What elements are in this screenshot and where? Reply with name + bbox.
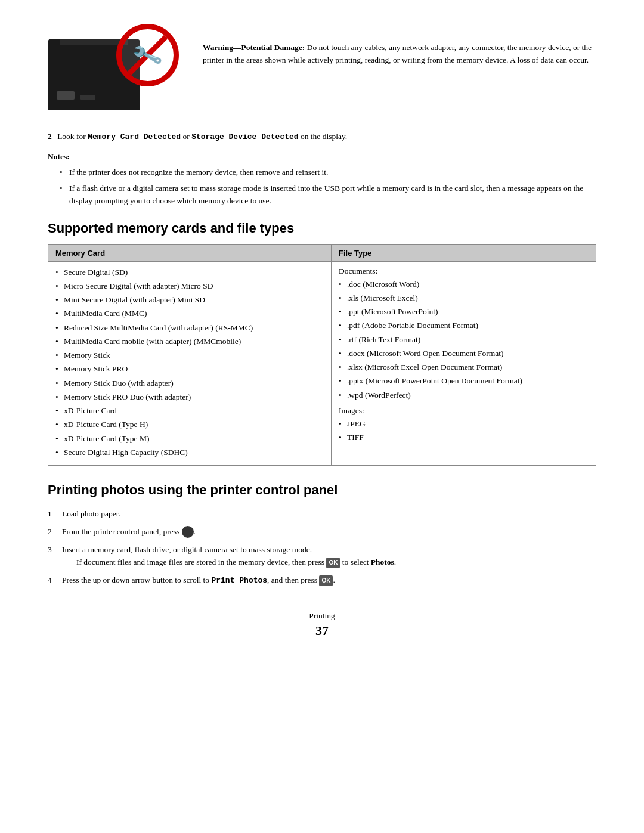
step-2-text-middle: or	[181, 132, 191, 141]
mc-item-8: Memory Stick PRO	[55, 363, 324, 375]
indent-end: .	[394, 558, 396, 566]
section2-title: Printing photos using the printer contro…	[48, 482, 596, 498]
print-step-4-end: .	[333, 575, 335, 584]
print-step-1-num: 1	[48, 507, 52, 521]
section1-title: Supported memory cards and file types	[48, 221, 596, 236]
table-row: Secure Digital (SD) Micro Secure Digital…	[48, 261, 596, 466]
indent-text-before: If document files and image files are st…	[76, 558, 326, 566]
print-step-2-text-before: From the printer control panel, press	[62, 527, 182, 536]
doc-type-6: .docx (Microsoft Word Open Document Form…	[339, 348, 589, 360]
mc-item-6: MultiMedia Card mobile (with adapter) (M…	[55, 336, 324, 348]
memory-cards-table: Memory Card File Type Secure Digital (SD…	[48, 244, 596, 466]
ok-badge-2: OK	[319, 575, 333, 586]
mc-item-1: Secure Digital (SD)	[55, 267, 324, 278]
print-step-2-num: 2	[48, 525, 52, 538]
step-2-line: 2 Look for Memory Card Detected or Stora…	[48, 130, 596, 144]
step-2-code1: Memory Card Detected	[88, 132, 181, 141]
table-body: Secure Digital (SD) Micro Secure Digital…	[48, 261, 596, 466]
print-step-4: 4 Press the up or down arrow button to s…	[48, 574, 596, 587]
doc-type-2: .xls (Microsoft Excel)	[339, 292, 589, 304]
notes-list: If the printer does not recognize the me…	[60, 166, 596, 208]
footer-page-number: 37	[48, 623, 596, 639]
doc-type-9: .wpd (WordPerfect)	[339, 389, 589, 401]
bold-photos: Photos	[371, 558, 394, 566]
memory-card-list: Secure Digital (SD) Micro Secure Digital…	[55, 267, 324, 459]
mc-item-9: Memory Stick Duo (with adapter)	[55, 377, 324, 389]
step-2-text-before: Look for	[57, 132, 88, 141]
mc-item-5: Reduced Size MultiMedia Card (with adapt…	[55, 322, 324, 334]
doc-type-5: .rtf (Rich Text Format)	[339, 334, 589, 346]
print-step-1: 1 Load photo paper.	[48, 507, 596, 521]
indent-text-after: to select	[340, 558, 370, 566]
print-step-4-num: 4	[48, 574, 52, 587]
print-photos-code: Print Photos	[211, 576, 267, 585]
doc-type-4: .pdf (Adobe Portable Document Format)	[339, 320, 589, 332]
print-step-2: 2 From the printer control panel, press …	[48, 525, 596, 538]
warning-image: 🔧	[48, 24, 185, 119]
photo-icon	[182, 526, 194, 538]
mc-item-14: Secure Digital High Capacity (SDHC)	[55, 447, 324, 459]
print-step-3-num: 3	[48, 543, 52, 556]
warning-bold: Warning—Potential Damage:	[203, 43, 305, 52]
mc-item-7: Memory Stick	[55, 349, 324, 361]
doc-type-8: .pptx (Microsoft PowerPoint Open Documen…	[339, 375, 589, 387]
print-step-1-text: Load photo paper.	[62, 509, 120, 518]
print-step-3-text: Insert a memory card, flash drive, or di…	[62, 545, 312, 554]
notes-item-2: If a flash drive or a digital camera set…	[60, 182, 596, 208]
col2-header: File Type	[331, 244, 596, 261]
print-step-4-text-after: , and then press	[267, 575, 319, 584]
img-type-2: TIFF	[339, 432, 589, 444]
top-section: 🔧 Warning—Potential Damage: Do not touch…	[48, 24, 596, 119]
notes-title: Notes:	[48, 152, 596, 162]
mc-item-13: xD-Picture Card (Type M)	[55, 433, 324, 445]
printing-steps-list: 1 Load photo paper. 2 From the printer c…	[48, 507, 596, 587]
mc-item-4: MultiMedia Card (MMC)	[55, 308, 324, 320]
memory-card-cell: Secure Digital (SD) Micro Secure Digital…	[48, 261, 332, 466]
footer-section-label: Printing	[309, 611, 335, 620]
file-type-cell: Documents: .doc (Microsoft Word) .xls (M…	[331, 261, 596, 466]
step-2-number: 2	[48, 132, 52, 141]
mc-item-11: xD-Picture Card	[55, 405, 324, 417]
ok-badge-1: OK	[326, 558, 340, 568]
print-step-3: 3 Insert a memory card, flash drive, or …	[48, 543, 596, 569]
mc-item-10: Memory Stick PRO Duo (with adapter)	[55, 391, 324, 403]
warning-text-block: Warning—Potential Damage: Do not touch a…	[203, 24, 596, 67]
col1-header: Memory Card	[48, 244, 332, 261]
footer: Printing 37	[48, 611, 596, 639]
notes-item-1: If the printer does not recognize the me…	[60, 166, 596, 179]
images-label: Images:	[339, 406, 589, 416]
print-step-2-text-after: .	[194, 527, 196, 536]
step-2-text-after: on the display.	[299, 132, 348, 141]
table-header: Memory Card File Type	[48, 244, 596, 261]
image-types-list: JPEG TIFF	[339, 418, 589, 444]
table-header-row: Memory Card File Type	[48, 244, 596, 261]
mc-item-3: Mini Secure Digital (with adapter) Mini …	[55, 294, 324, 306]
doc-type-3: .ppt (Microsoft PowerPoint)	[339, 306, 589, 318]
mc-item-2: Micro Secure Digital (with adapter) Micr…	[55, 280, 324, 292]
documents-label: Documents:	[339, 267, 589, 276]
step-2-code2: Storage Device Detected	[191, 132, 298, 141]
document-types-list: .doc (Microsoft Word) .xls (Microsoft Ex…	[339, 278, 589, 401]
mc-item-12: xD-Picture Card (Type H)	[55, 419, 324, 431]
doc-type-7: .xlsx (Microsoft Excel Open Document For…	[339, 361, 589, 373]
doc-type-1: .doc (Microsoft Word)	[339, 278, 589, 290]
print-step-4-text-before: Press the up or down arrow button to scr…	[62, 575, 211, 584]
notes-section: Notes: If the printer does not recognize…	[48, 152, 596, 208]
img-type-1: JPEG	[339, 418, 589, 430]
print-step-3-indent: If document files and image files are st…	[76, 556, 596, 569]
